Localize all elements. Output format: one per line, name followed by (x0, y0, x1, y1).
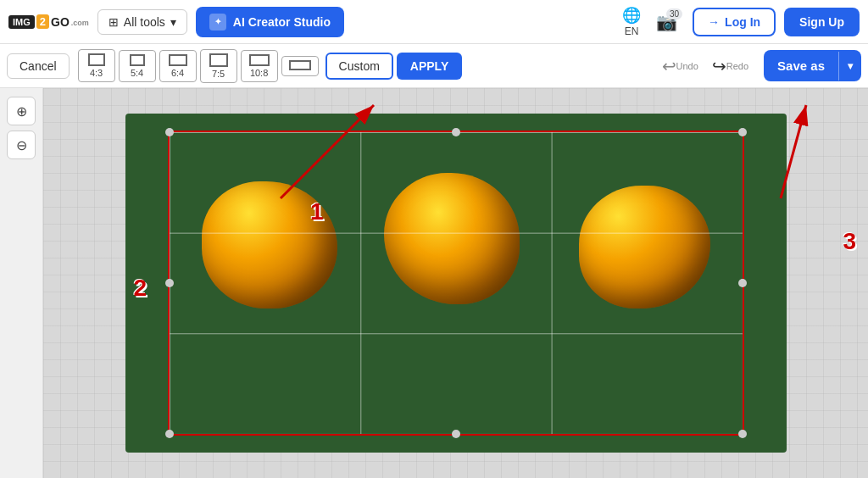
custom-label: Custom (339, 59, 380, 73)
image-background (125, 114, 787, 453)
crop-handle-top-mid[interactable] (452, 128, 460, 136)
ratio-wide-box (289, 60, 311, 70)
apply-label: APPLY (410, 59, 448, 73)
camera-count: 30 (666, 8, 682, 19)
apply-button[interactable]: APPLY (397, 53, 462, 80)
main-content: ⊕ ⊖ (0, 88, 868, 478)
undo-button[interactable]: ↩ Undo (657, 51, 704, 81)
all-tools-label: All tools (124, 15, 165, 29)
ratio-75-button[interactable]: 7:5 (200, 49, 237, 83)
image-container: 2 (125, 114, 787, 453)
chevron-down-icon: ▾ (170, 15, 176, 29)
signup-label: Sign Up (799, 15, 844, 29)
badge-1: 1 (310, 198, 324, 225)
logo-img-text: IMG (8, 15, 35, 29)
crop-handle-bottom-right[interactable] (738, 430, 747, 438)
ratio-54-button[interactable]: 5:4 (119, 50, 156, 82)
custom-button[interactable]: Custom (326, 53, 393, 80)
crop-handle-top-right[interactable] (738, 128, 747, 136)
save-as-label: Save as (764, 50, 838, 81)
redo-button[interactable]: ↪ Redo (707, 51, 754, 81)
ai-creator-label: AI Creator Studio (233, 15, 331, 29)
save-as-chevron-icon: ▾ (838, 52, 861, 81)
globe-icon: 🌐 (622, 6, 641, 25)
redo-icon: ↪ (712, 56, 726, 76)
ratio-64-box (169, 54, 187, 66)
logo-go: GO (51, 15, 70, 29)
logo-com: .com (71, 19, 89, 27)
ratio-108-button[interactable]: 10:8 (241, 50, 278, 82)
crop-handle-bottom-left[interactable] (165, 430, 174, 438)
logo-two: 2 (36, 14, 49, 29)
paper-ball-2 (384, 173, 520, 304)
crop-handle-mid-left[interactable] (165, 279, 174, 287)
camera-button[interactable]: 📷 30 (656, 12, 677, 32)
ratio-64-label: 6:4 (171, 68, 184, 78)
zoom-out-button[interactable]: ⊖ (7, 131, 36, 159)
ratio-64-button[interactable]: 6:4 (159, 50, 197, 82)
cancel-button[interactable]: Cancel (7, 53, 70, 79)
grid-icon: ⊞ (108, 15, 119, 29)
ratio-43-box (88, 53, 105, 66)
crop-handle-bottom-mid[interactable] (452, 430, 460, 438)
ratio-108-box (249, 54, 270, 66)
ai-icon: ✦ (209, 14, 226, 31)
undo-icon: ↩ (662, 56, 676, 76)
redo-label: Redo (726, 61, 748, 71)
login-label: Log In (725, 15, 760, 29)
zoom-in-button[interactable]: ⊕ (7, 97, 36, 125)
language-selector[interactable]: 🌐 EN (622, 6, 641, 37)
zoom-in-icon: ⊕ (16, 103, 27, 119)
signup-button[interactable]: Sign Up (784, 8, 860, 36)
ratio-108-label: 10:8 (250, 68, 268, 78)
ratio-43-button[interactable]: 4:3 (78, 49, 115, 82)
header: IMG 2 GO .com ⊞ All tools ▾ ✦ AI Creator… (0, 0, 868, 44)
crop-handle-mid-right[interactable] (738, 279, 747, 287)
ratio-54-label: 5:4 (131, 68, 143, 78)
lang-code: EN (625, 25, 639, 37)
ai-creator-button[interactable]: ✦ AI Creator Studio (196, 7, 344, 37)
canvas-area[interactable]: 2 3 1 (43, 88, 868, 478)
toolbar: Cancel 4:3 5:4 6:4 7:5 10:8 Custom APPLY… (0, 44, 868, 88)
login-button[interactable]: → Log In (693, 8, 776, 36)
logo: IMG 2 GO .com (8, 14, 89, 29)
login-icon: → (708, 15, 720, 29)
ratio-75-label: 7:5 (212, 69, 225, 79)
all-tools-button[interactable]: ⊞ All tools ▾ (97, 9, 187, 35)
ratio-43-label: 4:3 (90, 68, 103, 78)
badge-3: 3 (843, 228, 856, 255)
save-as-button[interactable]: Save as ▾ (764, 50, 861, 81)
undo-label: Undo (676, 61, 698, 71)
undo-redo-group: ↩ Undo ↪ Redo (657, 51, 754, 81)
ratio-75-box (209, 53, 228, 67)
crop-handle-top-left[interactable] (165, 128, 174, 136)
zoom-out-icon: ⊖ (16, 137, 27, 153)
ratio-wide-button[interactable] (281, 56, 319, 76)
cancel-label: Cancel (19, 59, 57, 73)
ratio-54-box (130, 54, 145, 66)
left-toolbar: ⊕ ⊖ (0, 88, 43, 478)
paper-ball-3 (579, 186, 710, 308)
